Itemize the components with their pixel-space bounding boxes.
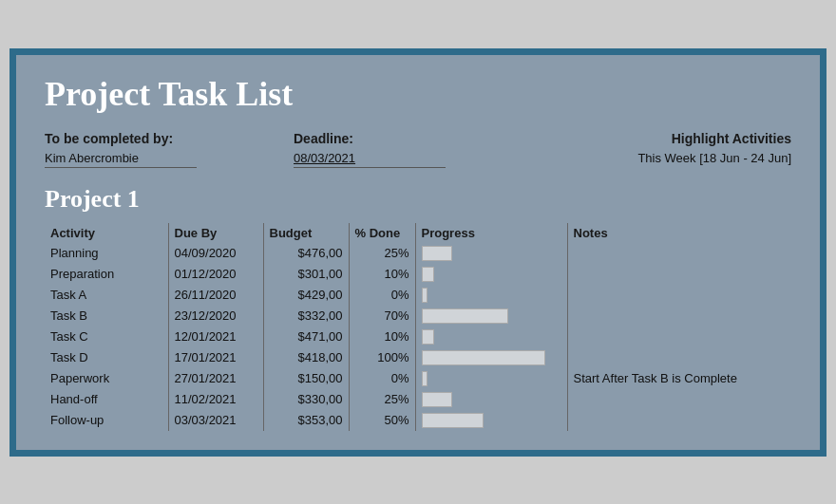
task-progress bbox=[415, 243, 567, 264]
task-table: Activity Due By Budget % Done Progress N… bbox=[45, 223, 791, 431]
deadline-col: Deadline: 08/03/2021 bbox=[294, 131, 542, 168]
highlight-label: Highlight Activities bbox=[542, 131, 791, 146]
task-progress bbox=[415, 327, 567, 347]
outer-border: Project Task List To be completed by: Ki… bbox=[10, 48, 826, 457]
task-pctdone: 50% bbox=[349, 410, 415, 431]
task-notes bbox=[567, 243, 791, 264]
task-budget: $429,00 bbox=[263, 285, 349, 306]
task-pctdone: 25% bbox=[349, 243, 415, 264]
table-row: Task C12/01/2021$471,0010% bbox=[45, 327, 791, 347]
task-budget: $330,00 bbox=[263, 389, 349, 410]
task-pctdone: 70% bbox=[349, 306, 415, 327]
task-pctdone: 0% bbox=[349, 368, 415, 389]
task-budget: $418,00 bbox=[263, 347, 349, 368]
task-progress bbox=[415, 389, 567, 410]
task-activity: Preparation bbox=[45, 264, 168, 285]
page-title: Project Task List bbox=[45, 74, 791, 114]
table-row: Preparation01/12/2020$301,0010% bbox=[45, 264, 791, 285]
task-dueby: 04/09/2020 bbox=[168, 243, 263, 264]
task-activity: Task B bbox=[45, 306, 168, 327]
task-dueby: 17/01/2021 bbox=[168, 347, 263, 368]
task-pctdone: 0% bbox=[349, 285, 415, 306]
task-notes bbox=[567, 410, 791, 431]
task-pctdone: 10% bbox=[349, 327, 415, 347]
completed-by-value: Kim Abercrombie bbox=[45, 151, 197, 168]
deadline-value: 08/03/2021 bbox=[294, 151, 446, 168]
task-budget: $150,00 bbox=[263, 368, 349, 389]
task-pctdone: 100% bbox=[349, 347, 415, 368]
header-row: To be completed by: Kim Abercrombie Dead… bbox=[45, 131, 791, 168]
task-dueby: 03/03/2021 bbox=[168, 410, 263, 431]
task-pctdone: 25% bbox=[349, 389, 415, 410]
col-header-pctdone: % Done bbox=[349, 223, 415, 243]
task-notes bbox=[567, 306, 791, 327]
task-progress bbox=[415, 306, 567, 327]
task-budget: $332,00 bbox=[263, 306, 349, 327]
task-progress bbox=[415, 347, 567, 368]
table-row: Task B23/12/2020$332,0070% bbox=[45, 306, 791, 327]
task-dueby: 11/02/2021 bbox=[168, 389, 263, 410]
project-title: Project 1 bbox=[45, 185, 791, 214]
task-activity: Task C bbox=[45, 327, 168, 347]
table-row: Task A26/11/2020$429,000% bbox=[45, 285, 791, 306]
task-budget: $471,00 bbox=[263, 327, 349, 347]
main-container: Project Task List To be completed by: Ki… bbox=[16, 55, 820, 450]
task-budget: $301,00 bbox=[263, 264, 349, 285]
col-header-activity: Activity bbox=[45, 223, 168, 243]
task-dueby: 27/01/2021 bbox=[168, 368, 263, 389]
highlight-col: Highlight Activities This Week [18 Jun -… bbox=[542, 131, 791, 167]
col-header-dueby: Due By bbox=[168, 223, 263, 243]
task-activity: Task D bbox=[45, 347, 168, 368]
task-activity: Hand-off bbox=[45, 389, 168, 410]
task-dueby: 01/12/2020 bbox=[168, 264, 263, 285]
table-header-row: Activity Due By Budget % Done Progress N… bbox=[45, 223, 791, 243]
task-dueby: 23/12/2020 bbox=[168, 306, 263, 327]
task-progress bbox=[415, 368, 567, 389]
col-header-budget: Budget bbox=[263, 223, 349, 243]
col-header-progress: Progress bbox=[415, 223, 567, 243]
task-progress bbox=[415, 410, 567, 431]
task-pctdone: 10% bbox=[349, 264, 415, 285]
task-activity: Follow-up bbox=[45, 410, 168, 431]
highlight-value: This Week [18 Jun - 24 Jun] bbox=[637, 151, 791, 167]
task-activity: Task A bbox=[45, 285, 168, 306]
task-notes bbox=[567, 389, 791, 410]
task-notes: Start After Task B is Complete bbox=[567, 368, 791, 389]
task-activity: Paperwork bbox=[45, 368, 168, 389]
table-row: Hand-off11/02/2021$330,0025% bbox=[45, 389, 791, 410]
completed-by-label: To be completed by: bbox=[45, 131, 294, 146]
task-budget: $353,00 bbox=[263, 410, 349, 431]
table-row: Task D17/01/2021$418,00100% bbox=[45, 347, 791, 368]
task-notes bbox=[567, 264, 791, 285]
task-budget: $476,00 bbox=[263, 243, 349, 264]
task-activity: Planning bbox=[45, 243, 168, 264]
task-notes bbox=[567, 327, 791, 347]
task-progress bbox=[415, 285, 567, 306]
table-row: Follow-up03/03/2021$353,0050% bbox=[45, 410, 791, 431]
task-notes bbox=[567, 347, 791, 368]
task-progress bbox=[415, 264, 567, 285]
table-row: Paperwork27/01/2021$150,000%Start After … bbox=[45, 368, 791, 389]
completed-by-col: To be completed by: Kim Abercrombie bbox=[45, 131, 294, 168]
col-header-notes: Notes bbox=[567, 223, 791, 243]
task-dueby: 12/01/2021 bbox=[168, 327, 263, 347]
task-dueby: 26/11/2020 bbox=[168, 285, 263, 306]
table-row: Planning04/09/2020$476,0025% bbox=[45, 243, 791, 264]
deadline-label: Deadline: bbox=[294, 131, 542, 146]
task-notes bbox=[567, 285, 791, 306]
